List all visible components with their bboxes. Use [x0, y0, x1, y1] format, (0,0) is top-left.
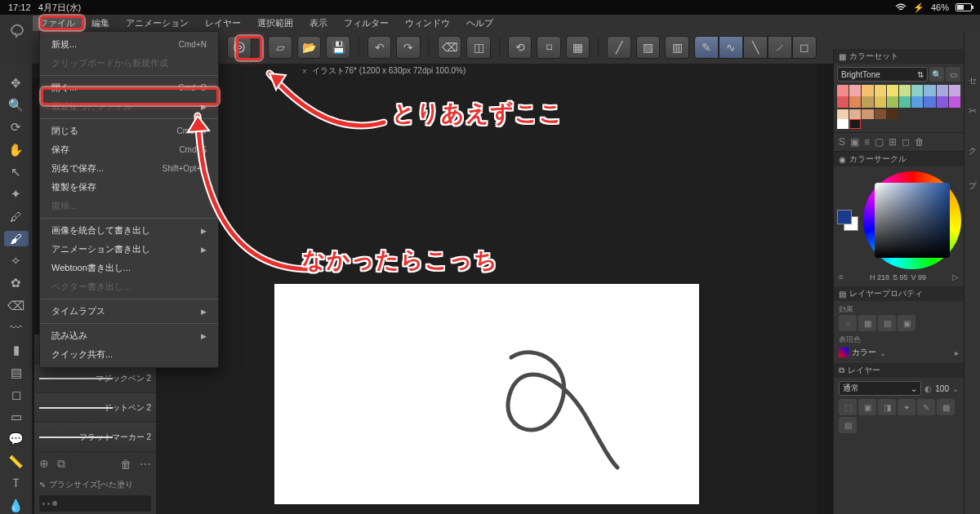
- ruler-icon[interactable]: 📏: [4, 454, 29, 469]
- file-menu-item[interactable]: タイムラプス▶: [40, 302, 218, 321]
- file-menu-item[interactable]: クイック共有...: [40, 345, 218, 364]
- perspective-icon[interactable]: ▨: [636, 36, 661, 59]
- trash-icon[interactable]: 🗑: [120, 458, 131, 471]
- layer-property-header[interactable]: ▤ レイヤープロパティ: [834, 286, 964, 301]
- effect-extract-icon[interactable]: ▣: [898, 315, 915, 331]
- file-menu-item[interactable]: 新規...Cmd+N: [40, 35, 218, 54]
- file-menu-item[interactable]: 読み込み▶: [40, 326, 218, 345]
- brush-mode-icon[interactable]: ∿: [719, 36, 743, 59]
- close-tab-icon[interactable]: ×: [302, 67, 307, 76]
- zoom-icon[interactable]: 🔍: [4, 97, 29, 113]
- canvas-viewport[interactable]: [157, 78, 817, 514]
- eraser-icon[interactable]: ⌫: [4, 298, 29, 313]
- file-menu-item[interactable]: Webtoon書き出し...: [40, 259, 218, 277]
- tag-icon-button[interactable]: ▭: [946, 67, 960, 82]
- r-icon[interactable]: ▣: [850, 136, 859, 148]
- color-swatch[interactable]: [937, 96, 948, 108]
- opacity-value[interactable]: 100: [935, 384, 949, 393]
- color-circle-header[interactable]: ◉ カラーサークル: [834, 152, 964, 166]
- menu-アニメーション[interactable]: アニメーション: [119, 16, 195, 31]
- color-swatch[interactable]: [862, 85, 873, 96]
- play-icon[interactable]: ▷: [952, 273, 959, 281]
- color-swatch[interactable]: [887, 85, 898, 96]
- color-swatch[interactable]: [911, 85, 923, 96]
- menu-編集[interactable]: 編集: [85, 16, 116, 31]
- brush-item[interactable]: マジックペン 2: [34, 364, 156, 393]
- effect-pattern-icon[interactable]: ▦: [858, 315, 876, 331]
- right-tab-1[interactable]: セ: [967, 72, 978, 81]
- color-swatch[interactable]: [862, 96, 873, 108]
- file-menu-item[interactable]: 画像を統合して書き出し▶: [40, 221, 218, 240]
- chevron-down-icon[interactable]: ⌄: [880, 348, 886, 357]
- trash-icon[interactable]: 🗑: [915, 136, 924, 148]
- slider-icon[interactable]: ≡: [839, 273, 844, 281]
- cursor-icon[interactable]: ↖: [4, 164, 29, 179]
- menu-ウィンドウ[interactable]: ウィンドウ: [399, 16, 457, 31]
- color-swatch[interactable]: [887, 96, 898, 108]
- canvas[interactable]: [274, 284, 699, 504]
- search-icon[interactable]: 🔍: [929, 67, 944, 82]
- file-menu-item[interactable]: アニメーション書き出し▶: [40, 240, 218, 259]
- wand-icon[interactable]: ✦: [4, 186, 29, 202]
- transform-icon[interactable]: ▦: [566, 36, 590, 59]
- brush-item[interactable]: ドットペン 2: [34, 393, 156, 423]
- color-swatch[interactable]: [949, 85, 960, 96]
- folder-open-icon[interactable]: 📂: [297, 36, 322, 59]
- color-swatch[interactable]: [849, 119, 861, 129]
- layer-ref-icon[interactable]: ✦: [898, 399, 915, 415]
- selection-icon[interactable]: ◫: [466, 36, 491, 59]
- color-swatch[interactable]: [911, 96, 923, 108]
- eyedrop-icon[interactable]: ⟲: [508, 36, 532, 59]
- color-swatch[interactable]: [849, 96, 861, 108]
- menu-ファイル[interactable]: ファイル: [33, 16, 82, 31]
- layer-mask-icon[interactable]: ▦: [937, 399, 955, 415]
- hand-icon[interactable]: ✋: [4, 142, 29, 157]
- save-icon[interactable]: 💾: [326, 36, 350, 59]
- effect-tone-icon[interactable]: ▤: [878, 315, 896, 331]
- color-swatch[interactable]: [849, 85, 861, 96]
- layer-draft-icon[interactable]: ✎: [917, 399, 935, 415]
- layer-lock-icon[interactable]: ⬚: [839, 399, 857, 415]
- menu-表示[interactable]: 表示: [303, 16, 334, 31]
- color-swatch[interactable]: [837, 119, 849, 129]
- balloon-icon[interactable]: 💬: [4, 432, 29, 447]
- m-icon[interactable]: ≡: [864, 136, 870, 148]
- blend-icon[interactable]: 〰: [4, 320, 29, 335]
- shape-icon[interactable]: ◻: [4, 387, 29, 402]
- color-swatch[interactable]: [949, 96, 960, 108]
- deco-icon[interactable]: ✿: [4, 276, 29, 291]
- dup-brush-icon[interactable]: ⧉: [57, 457, 65, 471]
- color-swatch[interactable]: [924, 96, 935, 108]
- curve-mode-icon[interactable]: ⟋: [768, 36, 792, 59]
- eyedropper-icon[interactable]: 💧: [4, 498, 29, 514]
- file-menu-item[interactable]: 複製を保存: [40, 178, 218, 197]
- file-menu-item[interactable]: 保存Cmd+S: [40, 140, 218, 159]
- color-swatch[interactable]: [875, 109, 886, 119]
- pen-mode-icon[interactable]: ✎: [694, 36, 719, 59]
- document-tab[interactable]: × イラスト76* (980 x 514px 72dpi 100.0%): [302, 65, 466, 77]
- l-icon[interactable]: ▢: [875, 136, 884, 148]
- rotate-icon[interactable]: ⟳: [4, 120, 29, 135]
- airbrush-icon[interactable]: ✧: [4, 253, 29, 268]
- color-swatch[interactable]: [837, 109, 849, 119]
- brush-icon[interactable]: 🖌: [4, 231, 29, 246]
- file-menu-item[interactable]: 別名で保存...Shift+Opt+S: [40, 159, 218, 178]
- color-wheel[interactable]: [863, 171, 961, 269]
- color-swatch[interactable]: [837, 85, 849, 96]
- color-swatch[interactable]: [899, 85, 911, 96]
- grid-icon[interactable]: ▥: [665, 36, 689, 59]
- effect-border-icon[interactable]: ○: [839, 315, 857, 331]
- right-tab-2[interactable]: ク: [967, 141, 978, 150]
- new-layer-icon[interactable]: ▱: [268, 36, 292, 59]
- s-icon[interactable]: S: [839, 136, 845, 148]
- settings-icon[interactable]: ⋯: [140, 458, 151, 471]
- clip-icon[interactable]: ⌑: [537, 36, 561, 59]
- add-brush-icon[interactable]: ⊕: [39, 457, 49, 471]
- expression-value[interactable]: カラー: [852, 347, 876, 358]
- box-icon[interactable]: ◻: [902, 136, 910, 148]
- layer-ruler-icon[interactable]: ▤: [839, 417, 857, 433]
- fg-bg-swatch[interactable]: [837, 210, 858, 231]
- delete-icon[interactable]: ⌫: [438, 36, 462, 59]
- frame-icon[interactable]: ▭: [4, 409, 29, 424]
- expression-opt-icon[interactable]: ▸: [955, 348, 959, 357]
